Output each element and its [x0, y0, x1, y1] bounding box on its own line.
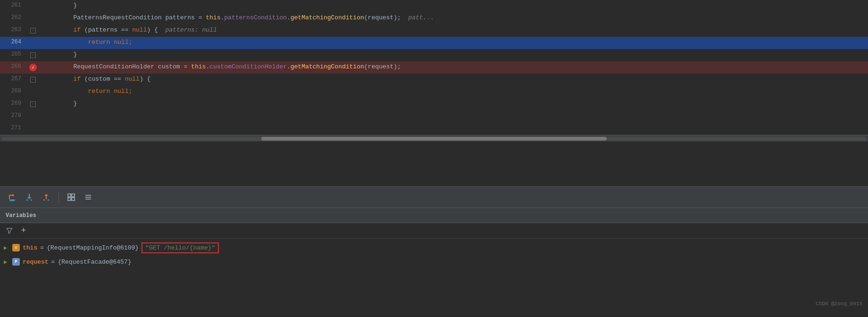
- scrollbar-track[interactable]: [2, 137, 866, 141]
- code-content-265: }: [40, 49, 868, 61]
- svg-rect-3: [72, 198, 75, 200]
- expand-arrow-request[interactable]: ▶: [4, 259, 9, 266]
- line-number-267: 267: [0, 74, 26, 86]
- code-line-264: 264 return null;: [0, 37, 868, 49]
- code-content-263: if (patterns == null) { patterns: null: [40, 25, 868, 37]
- code-content-269: }: [40, 98, 868, 110]
- fold-icon-263[interactable]: −: [30, 28, 36, 33]
- code-line-265: 265 − }: [0, 49, 868, 61]
- variables-list: ▶ ≡ this = {RequestMappingInfo@6109} "GE…: [0, 239, 868, 271]
- branding-label: CSDN @Zong_0915: [816, 301, 862, 307]
- scrollbar-thumb[interactable]: [261, 137, 607, 141]
- toolbar-divider-1: [58, 192, 59, 202]
- code-content-267: if (custom == null) {: [40, 74, 868, 86]
- code-content-266: RequestConditionHolder custom = this.cus…: [40, 61, 868, 74]
- var-name-this: this: [23, 244, 37, 251]
- fold-icon-267[interactable]: −: [30, 77, 36, 83]
- variables-panel: Variables + ▶ ≡ this = {RequestMappingIn…: [0, 208, 868, 310]
- code-content-261: }: [40, 0, 868, 12]
- code-line-262: 262 PatternsRequestCondition patterns = …: [0, 12, 868, 25]
- code-lines: 261 } 262 PatternsRequestCondition patte…: [0, 0, 868, 135]
- code-line-261: 261 }: [0, 0, 868, 12]
- gutter-266: [26, 61, 40, 74]
- gutter-267[interactable]: −: [26, 74, 40, 86]
- expand-arrow-this[interactable]: ▶: [4, 244, 9, 251]
- gutter-264: [26, 37, 40, 49]
- filter-button[interactable]: [4, 225, 15, 236]
- line-number-265: 265: [0, 49, 26, 61]
- code-line-270: 270: [0, 110, 868, 123]
- gutter-261: [26, 0, 40, 12]
- var-equals-this: =: [40, 244, 44, 251]
- line-number-268: 268: [0, 86, 26, 98]
- code-line-268: 268 return null;: [0, 86, 868, 98]
- code-line-267: 267 − if (custom == null) {: [0, 74, 868, 86]
- var-name-request: request: [23, 259, 49, 266]
- svg-rect-1: [72, 194, 75, 197]
- var-equals-request: =: [51, 259, 55, 266]
- step-over-button[interactable]: [6, 191, 19, 204]
- badge-this: ≡: [12, 244, 20, 251]
- variable-row-request[interactable]: ▶ P request = {RequestFacade@6457}: [0, 255, 868, 269]
- line-number-263: 263: [0, 25, 26, 37]
- svg-rect-2: [68, 198, 71, 200]
- fold-icon-269[interactable]: −: [30, 101, 36, 107]
- code-line-271: 271 ... RequestMappingInfo(this, ...: [0, 123, 868, 135]
- code-content-271: ... RequestMappingInfo(this, ...: [40, 123, 868, 135]
- code-line-263: 263 − if (patterns == null) { patterns: …: [0, 25, 868, 37]
- code-line-269: 269 − }: [0, 98, 868, 110]
- gutter-262: [26, 12, 40, 25]
- breakpoint-icon-266[interactable]: [29, 64, 37, 71]
- line-number-270: 270: [0, 110, 26, 123]
- svg-rect-0: [68, 194, 71, 197]
- line-number-269: 269: [0, 98, 26, 110]
- var-value-this: "GET /hello/{name}": [142, 242, 219, 253]
- line-number-264: 264: [0, 37, 26, 49]
- gutter-269[interactable]: −: [26, 98, 40, 110]
- variables-toolbar: +: [0, 223, 868, 239]
- variable-row-this[interactable]: ▶ ≡ this = {RequestMappingInfo@6109} "GE…: [0, 241, 868, 255]
- code-content-262: PatternsRequestCondition patterns = this…: [40, 12, 868, 25]
- horizontal-scrollbar[interactable]: [0, 135, 868, 142]
- editor-area: 261 } 262 PatternsRequestCondition patte…: [0, 0, 868, 186]
- gutter-271: [26, 123, 40, 135]
- line-number-266: 266: [0, 61, 26, 74]
- gutter-265[interactable]: −: [26, 49, 40, 61]
- gutter-270: [26, 110, 40, 123]
- line-number-262: 262: [0, 12, 26, 25]
- step-into-button[interactable]: [23, 191, 36, 204]
- code-content-270: [40, 110, 868, 123]
- add-watch-button[interactable]: +: [18, 225, 29, 236]
- code-content-264: return null;: [40, 37, 868, 49]
- gutter-263[interactable]: −: [26, 25, 40, 37]
- var-type-request: {RequestFacade@6457}: [58, 259, 131, 266]
- gutter-268: [26, 86, 40, 98]
- line-number-261: 261: [0, 0, 26, 12]
- show-execution-button[interactable]: [65, 191, 78, 204]
- frames-button[interactable]: [82, 191, 95, 204]
- step-out-button[interactable]: [40, 191, 53, 204]
- code-content-268: return null;: [40, 86, 868, 98]
- variables-header: Variables: [0, 208, 868, 223]
- variables-title: Variables: [6, 212, 36, 219]
- fold-icon-265[interactable]: −: [30, 52, 36, 58]
- var-type-this: {RequestMappingInfo@6109}: [47, 244, 139, 251]
- badge-request: P: [12, 258, 20, 266]
- code-line-266: 266 RequestConditionHolder custom = this…: [0, 61, 868, 74]
- line-number-271: 271: [0, 123, 26, 135]
- debug-toolbar: [0, 186, 868, 208]
